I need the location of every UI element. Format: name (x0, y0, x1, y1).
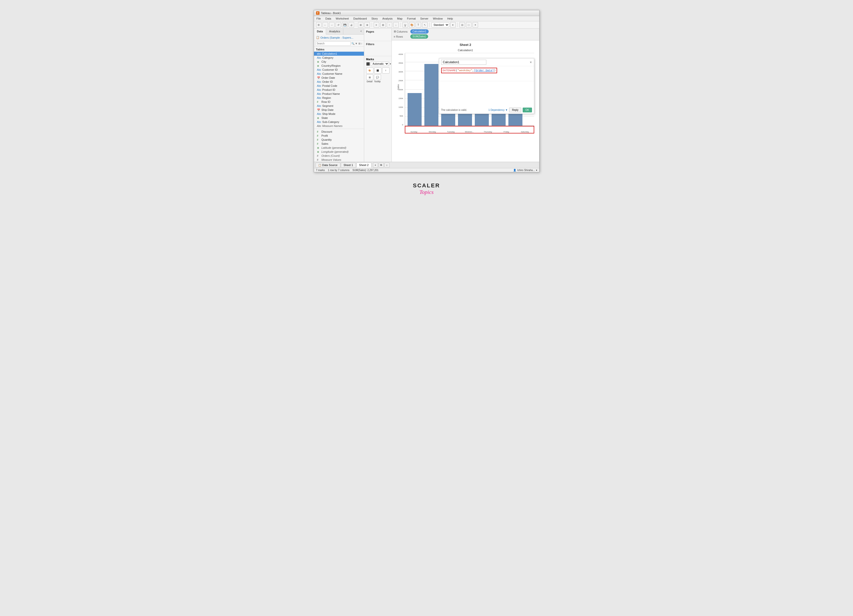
menu-file[interactable]: File (316, 17, 322, 21)
tables-header: Tables (314, 47, 364, 52)
middle-panel: Pages Filters Marks ⬛ Automatic ▾ 🎨 (364, 29, 392, 162)
toolbar-sort-desc-btn[interactable]: ↓ (393, 22, 399, 27)
marks-color-btn[interactable]: 🎨 (366, 67, 373, 73)
toolbar-fit-btn[interactable]: ⊟ (460, 22, 465, 27)
calc-reply-button[interactable]: Reply (509, 108, 521, 112)
toolbar-save-btn[interactable]: 💾 (342, 22, 348, 27)
menu-format[interactable]: Format (407, 17, 416, 21)
calc-close-button[interactable]: × (530, 60, 532, 64)
field-item-product-id[interactable]: Abc Product ID (314, 88, 364, 92)
toolbar-undo-btn[interactable]: ↺ (335, 22, 341, 27)
field-item-product-name[interactable]: Abc Product Name (314, 92, 364, 96)
toolbar-grid-btn[interactable]: ⊞ (380, 22, 386, 27)
field-item-order-id[interactable]: Abc Order ID (314, 80, 364, 84)
sort-sheets-btn[interactable]: ↕ (384, 162, 390, 168)
tab-data[interactable]: Data (314, 29, 326, 35)
menu-dashboard[interactable]: Dashboard (353, 17, 367, 21)
field-item-country[interactable]: ⊕ Country/Region (314, 64, 364, 68)
toolbar-settings-btn[interactable]: ⚙ (316, 22, 322, 27)
filter-icon[interactable]: ▼ (355, 42, 358, 45)
field-item-profit[interactable]: # Profit (314, 134, 364, 138)
tab-sheet1[interactable]: Sheet 1 (341, 162, 356, 168)
user-dropdown-arrow[interactable]: ▾ (536, 169, 537, 171)
datasource-item[interactable]: 📋 Orders (Sample - Supers... (314, 35, 364, 41)
field-name: City (322, 60, 326, 63)
field-item-state[interactable]: ⊕ State (314, 116, 364, 120)
menu-map[interactable]: Map (396, 17, 403, 21)
menu-server[interactable]: Server (420, 17, 429, 21)
duplicate-sheet-btn[interactable]: ⧉ (379, 162, 384, 168)
x-label-saturday: Saturday (516, 130, 534, 133)
toolbar-dropdown-arrow[interactable]: ▾ (450, 22, 456, 27)
marks-label-btn[interactable]: T (382, 67, 390, 73)
field-item-discount[interactable]: # Discount (314, 130, 364, 134)
marks-size-btn[interactable]: ⬛ (374, 67, 381, 73)
marks-type-dropdown[interactable]: Automatic (371, 62, 389, 66)
field-item-ship-date[interactable]: 📅 Ship Date (314, 108, 364, 112)
field-item-calculation1[interactable]: abc Calculation1 (314, 52, 364, 56)
new-sheet-btn[interactable]: + (373, 162, 378, 168)
toolbar-standard-dropdown[interactable]: Standard (431, 22, 449, 27)
columns-pill[interactable]: Calculation1 (410, 29, 429, 33)
calc-ok-button[interactable]: OK (523, 108, 532, 112)
field-name: Ship Date (322, 108, 334, 111)
toolbar-sort-asc-btn[interactable]: ↑ (387, 22, 392, 27)
toolbar-show-hide-btn[interactable]: ≡ (374, 22, 379, 27)
calc-dependency-link[interactable]: 1 Dependency ▼ (488, 109, 508, 111)
marks-tooltip-btn[interactable]: 💬 (374, 74, 381, 80)
menu-window[interactable]: Window (433, 17, 443, 21)
field-item-category[interactable]: Abc Category (314, 56, 364, 60)
status-rows: 1 row by 7 columns (328, 169, 349, 171)
menu-data[interactable]: Data (325, 17, 332, 21)
field-item-postal-code[interactable]: Abc Postal Code (314, 84, 364, 88)
toolbar-text-btn[interactable]: T (416, 22, 421, 27)
field-item-region[interactable]: Abc Region (314, 96, 364, 100)
toolbar-back-btn[interactable]: ← (323, 22, 328, 27)
toolbar-forward-btn[interactable]: → (329, 22, 335, 27)
toolbar-connect-btn[interactable]: ⊕ (364, 22, 370, 27)
grid-view-icon[interactable]: ⊞ (358, 42, 360, 45)
menu-story[interactable]: Story (371, 17, 378, 21)
menu-analysis[interactable]: Analysis (382, 17, 393, 21)
menu-worksheet[interactable]: Worksheet (335, 17, 349, 21)
field-item-measure-names[interactable]: Abc Measure Names (314, 124, 364, 128)
field-item-city[interactable]: ⊕ City (314, 60, 364, 64)
marks-detail-btn[interactable]: ⊞ (366, 74, 373, 80)
marks-section: Marks ⬛ Automatic ▾ 🎨 ⬛ T (364, 56, 392, 84)
bottom-tabs: 📋 Data Source Sheet 1 Sheet 2 + ⧉ ↕ (314, 162, 539, 168)
field-item-latitude[interactable]: ⊕ Latitude (generated) (314, 146, 364, 150)
sort-icon[interactable]: ↕ (361, 42, 363, 45)
field-item-order-date[interactable]: 📅 Order Date (314, 76, 364, 80)
toolbar-color-btn[interactable]: 🎨 (409, 22, 414, 27)
field-item-customer-name[interactable]: Abc Customer Name (314, 72, 364, 76)
rows-pill[interactable]: SUM(Sales) (410, 34, 428, 39)
search-icon[interactable]: 🔍 (351, 42, 354, 45)
toolbar-new-datasource-btn[interactable]: ⊞ (358, 22, 363, 27)
field-item-orders-count[interactable]: # Orders (Count) (314, 154, 364, 158)
field-icon-hash: # (317, 143, 320, 145)
field-item-customer-id[interactable]: Abc Customer ID (314, 68, 364, 72)
field-item-quantity[interactable]: # Quantity (314, 138, 364, 142)
menu-help[interactable]: Help (447, 17, 454, 21)
field-item-row-id[interactable]: # Row ID (314, 100, 364, 104)
field-icon-geo: ⊕ (317, 61, 320, 63)
field-item-sales[interactable]: # Sales (314, 142, 364, 146)
tab-sheet2[interactable]: Sheet 2 (357, 162, 372, 168)
toolbar-underline-btn[interactable]: U̲ (402, 22, 408, 27)
field-item-ship-mode[interactable]: Abc Ship Mode (314, 112, 364, 116)
field-item-segment[interactable]: Abc Segment (314, 104, 364, 108)
tab-analytics[interactable]: Analytics (326, 29, 343, 34)
panel-collapse-btn[interactable]: < (358, 29, 364, 34)
field-item-longitude[interactable]: ⊕ Longitude (generated) (314, 150, 364, 154)
field-item-measure-values[interactable]: # Measure Values (314, 158, 364, 162)
calc-title-input[interactable] (441, 60, 486, 65)
calc-field: [Order Date] (474, 69, 494, 72)
field-item-sub-category[interactable]: Abc Sub-Category (314, 120, 364, 124)
toolbar-share-btn[interactable]: ⚭ (472, 22, 478, 27)
tab-datasource[interactable]: 📋 Data Source (316, 162, 340, 168)
calc-editor[interactable]: DATENAME("weekday",[Order Date]) (439, 66, 534, 81)
toolbar-full-btn[interactable]: □ (466, 22, 472, 27)
search-input[interactable] (316, 41, 351, 46)
toolbar-pointer-btn[interactable]: ↖ (422, 22, 428, 27)
toolbar-print-btn[interactable]: 🖨 (349, 22, 354, 27)
